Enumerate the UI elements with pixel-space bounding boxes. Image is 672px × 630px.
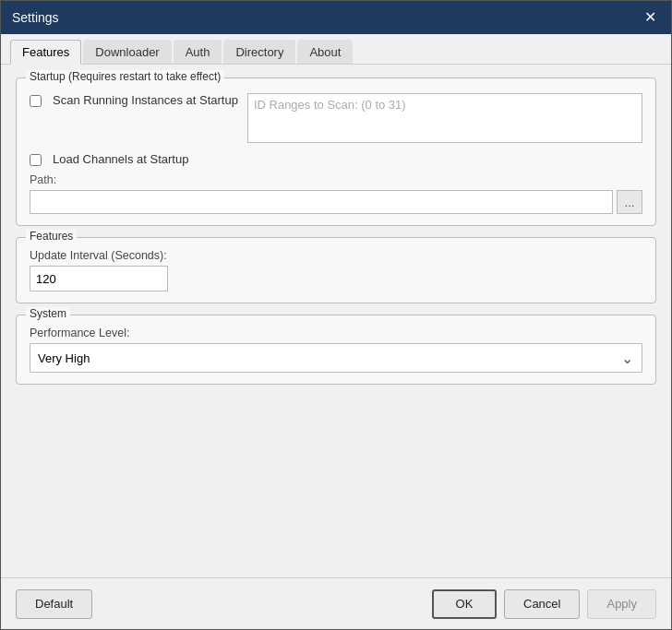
- id-range-area: ID Ranges to Scan: (0 to 31): [247, 93, 642, 143]
- footer: Default OK Cancel Apply: [1, 577, 671, 629]
- load-channels-checkbox[interactable]: [30, 154, 42, 166]
- settings-window: Settings ✕ Features Downloader Auth Dire…: [0, 0, 672, 630]
- tab-features[interactable]: Features: [10, 40, 81, 65]
- startup-group-label: Startup (Requires restart to take effect…: [26, 70, 224, 83]
- main-content: Startup (Requires restart to take effect…: [1, 65, 671, 577]
- path-input-row: ...: [30, 190, 642, 214]
- performance-select-wrapper: Low Medium High Very High Ultra: [30, 343, 642, 373]
- system-group-label: System: [26, 307, 70, 320]
- system-group: System Performance Level: Low Medium Hig…: [16, 315, 656, 385]
- performance-label: Performance Level:: [30, 327, 642, 339]
- tab-bar: Features Downloader Auth Directory About: [1, 34, 671, 65]
- footer-left: Default: [16, 589, 92, 619]
- apply-button[interactable]: Apply: [587, 589, 656, 619]
- title-bar: Settings ✕: [1, 1, 671, 34]
- scan-checkbox[interactable]: [30, 95, 42, 107]
- browse-button[interactable]: ...: [617, 190, 642, 214]
- startup-group: Startup (Requires restart to take effect…: [16, 77, 656, 226]
- default-button[interactable]: Default: [16, 589, 92, 619]
- path-label: Path:: [30, 173, 642, 186]
- close-button[interactable]: ✕: [641, 10, 660, 25]
- features-group: Features Update Interval (Seconds):: [16, 237, 656, 303]
- scan-row: Scan Running Instances at Startup ID Ran…: [30, 93, 642, 143]
- scan-checkbox-row: Scan Running Instances at Startup: [30, 93, 238, 107]
- scan-label: Scan Running Instances at Startup: [53, 93, 238, 107]
- update-interval-row: Update Interval (Seconds):: [30, 249, 642, 291]
- features-group-label: Features: [26, 230, 77, 243]
- load-channels-row: Load Channels at Startup: [30, 152, 642, 166]
- path-input[interactable]: [30, 190, 613, 214]
- performance-row: Performance Level: Low Medium High Very …: [30, 327, 642, 373]
- tab-downloader[interactable]: Downloader: [83, 40, 171, 64]
- cancel-button[interactable]: Cancel: [504, 589, 580, 619]
- footer-right: OK Cancel Apply: [432, 589, 656, 619]
- id-range-display: ID Ranges to Scan: (0 to 31): [247, 93, 642, 143]
- tab-directory[interactable]: Directory: [223, 40, 295, 64]
- load-channels-section: Load Channels at Startup Path: ...: [30, 152, 642, 214]
- update-interval-label: Update Interval (Seconds):: [30, 249, 642, 262]
- path-row: Path: ...: [30, 173, 642, 214]
- tab-auth[interactable]: Auth: [174, 40, 222, 64]
- window-title: Settings: [12, 10, 59, 25]
- load-channels-label: Load Channels at Startup: [53, 152, 188, 166]
- update-interval-input[interactable]: [30, 266, 168, 291]
- tab-about[interactable]: About: [297, 40, 353, 64]
- performance-select[interactable]: Low Medium High Very High Ultra: [30, 343, 642, 373]
- ok-button[interactable]: OK: [432, 589, 497, 619]
